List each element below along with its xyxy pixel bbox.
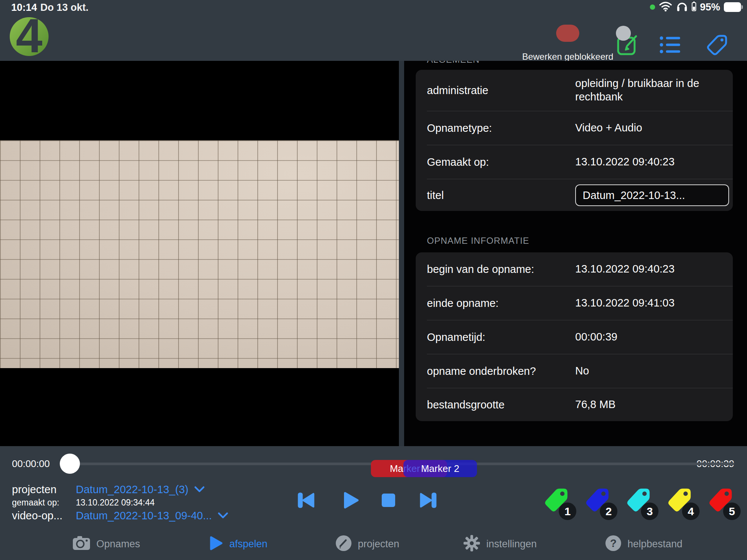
info-row: opname onderbroken? No (416, 354, 733, 388)
tag-number-badge: 2 (600, 503, 617, 520)
tag-button-2[interactable]: 2 (583, 485, 612, 514)
skip-to-start-button[interactable] (296, 490, 317, 512)
split-divider (399, 61, 404, 446)
info-row: einde opname: 13.10.2022 09:41:03 (416, 286, 733, 320)
recording-info-card: begin van de opname: 13.10.2022 09:40:23… (416, 252, 733, 421)
recording-info-header: OPNAME INFORMATIE (427, 236, 529, 246)
nav-item-projecten[interactable]: projecten (335, 535, 399, 553)
info-row: Opnametype: Video + Audio (416, 111, 733, 145)
marker-list-button[interactable] (658, 33, 682, 57)
tag-button[interactable] (705, 33, 729, 57)
info-row: bestandsgrootte 76,8 MB (416, 388, 733, 421)
svg-text:?: ? (610, 537, 617, 549)
nav-item-opnames[interactable]: Opnames (72, 535, 140, 553)
general-card: administratie opleiding / bruikbaar in d… (416, 70, 733, 211)
info-row: administratie opleiding / bruikbaar in d… (416, 70, 733, 111)
battery-percent: 95% (700, 1, 720, 13)
battery-icon (724, 2, 743, 12)
play-button[interactable] (340, 490, 361, 512)
headphones-icon (676, 1, 688, 13)
tag-number-badge: 1 (559, 503, 576, 520)
nav-item-helpbestand[interactable]: ? helpbestand (605, 535, 682, 553)
nav-item-instellingen[interactable]: instellingen (463, 535, 537, 553)
edit-lock-toggle[interactable] (556, 25, 579, 42)
tag-number-badge: 5 (723, 503, 741, 520)
toggle-knob (616, 26, 631, 41)
tag-button-1[interactable]: 1 (542, 485, 571, 514)
camera-icon (72, 535, 90, 553)
video-recording-selector[interactable]: Datum_2022-10-13_09-40... (76, 510, 212, 522)
info-row: begin van de opname: 13.10.2022 09:40:23 (416, 252, 733, 286)
info-row: Opnametijd: 00:00:39 (416, 320, 733, 354)
wifi-icon (659, 1, 672, 13)
tag-button-4[interactable]: 4 (665, 485, 694, 514)
video-frame-grid-paper (0, 140, 399, 368)
tag-button-5[interactable]: 5 (706, 485, 735, 514)
gear-icon (463, 535, 480, 553)
tag-number-badge: 3 (641, 503, 658, 520)
clock-date: Do 13 okt. (40, 2, 89, 13)
video-recording-label: video-op... (12, 510, 76, 522)
recording-indicator-dot (650, 4, 655, 10)
created-at-label: gemaakt op: (12, 498, 76, 508)
tag-button-3[interactable]: 3 (624, 485, 653, 514)
chevron-down-icon[interactable] (194, 486, 205, 493)
stop-button[interactable] (378, 490, 399, 512)
pencil-circle-icon (335, 535, 352, 553)
timeline-marker-2[interactable]: Marker 2 (403, 460, 477, 477)
project-label: projecten (12, 483, 76, 496)
edit-lock-label: Bewerken geblokkeerd (521, 52, 614, 62)
timeline-scrubber-knob[interactable] (60, 454, 80, 474)
title-row: titel (416, 179, 733, 211)
timeline-current-time: 00:00:00 (12, 458, 50, 470)
info-row: Gemaakt op: 13.10.2022 09:40:23 (416, 145, 733, 179)
video-preview[interactable] (0, 61, 399, 446)
chevron-down-icon[interactable] (218, 512, 228, 519)
svg-text:4: 4 (16, 9, 42, 62)
skip-to-end-button[interactable] (418, 490, 438, 512)
info-panel: ALGEMEEN administratie opleiding / bruik… (404, 61, 747, 446)
app-logo: 4 (7, 13, 52, 58)
nav-item-afspelen[interactable]: afspelen (209, 535, 267, 553)
play-icon (209, 535, 223, 553)
title-input[interactable] (575, 184, 729, 206)
created-at-value: 13.10.2022 09:34:44 (76, 498, 155, 508)
tag-number-badge: 4 (682, 503, 700, 520)
headphones-battery-icon (692, 1, 696, 13)
project-selector[interactable]: Datum_2022-10-13_(3) (76, 483, 188, 496)
question-circle-icon: ? (605, 535, 622, 553)
project-info-block: projecten Datum_2022-10-13_(3) gemaakt o… (12, 482, 228, 523)
status-bar: 10:14 Do 13 okt. 95% (0, 0, 747, 14)
general-section-header: ALGEMEEN (427, 61, 480, 65)
